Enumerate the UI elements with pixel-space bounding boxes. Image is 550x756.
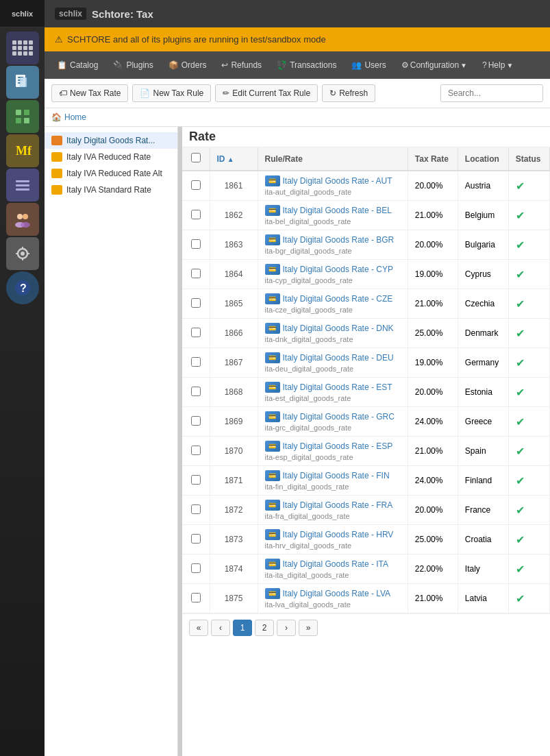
rule-link-14[interactable]: Italy Digital Goods Rate - LVA — [265, 588, 401, 599]
toolbar: 🏷 New Tax Rate 📄 New Tax Rule ✏ Edit Cur… — [45, 79, 550, 108]
sidebar-icon-menu[interactable] — [6, 169, 39, 202]
row-select-3[interactable] — [191, 269, 201, 278]
status-ok-icon-5: ✔ — [516, 328, 525, 339]
breadcrumb-home[interactable]: Home — [64, 112, 86, 122]
row-select-10[interactable] — [191, 475, 201, 485]
rule-link-7[interactable]: Italy Digital Goods Rate - EST — [265, 382, 401, 393]
row-select-14[interactable] — [191, 593, 201, 602]
rule-link-12[interactable]: Italy Digital Goods Rate - HRV — [265, 529, 401, 540]
nav-configuration[interactable]: ⚙ Configuration ▼ — [395, 56, 474, 74]
page-first-button[interactable]: « — [189, 620, 208, 636]
rule-code-10: ita-fin_digital_goods_rate — [265, 483, 401, 491]
rule-link-4[interactable]: Italy Digital Goods Rate - CZE — [265, 293, 401, 304]
svg-rect-10 — [16, 180, 29, 182]
row-select-0[interactable] — [191, 180, 201, 190]
row-status-11: ✔ — [508, 496, 549, 525]
transactions-icon: 💱 — [277, 60, 287, 70]
nav-refunds[interactable]: ↩ Refunds — [214, 56, 268, 74]
row-rate-11: 20.00% — [408, 496, 458, 525]
nav-plugins[interactable]: 🔌 Plugins — [106, 56, 160, 74]
row-rate-1: 21.00% — [408, 201, 458, 230]
row-select-5[interactable] — [191, 328, 201, 337]
select-all-checkbox[interactable] — [191, 153, 201, 162]
rule-link-6[interactable]: Italy Digital Goods Rate - DEU — [265, 352, 401, 363]
new-tax-rule-button[interactable]: 📄 New Tax Rule — [132, 84, 211, 102]
row-rule-8: Italy Digital Goods Rate - GRC ita-grc_d… — [258, 407, 408, 437]
page-1-button[interactable]: 1 — [233, 620, 252, 636]
sidebar-icon-pages[interactable] — [6, 66, 39, 99]
row-select-7[interactable] — [191, 387, 201, 396]
table-row: 1872 Italy Digital Goods Rate - FRA ita-… — [182, 496, 550, 525]
edit-tax-rule-button[interactable]: ✏ Edit Current Tax Rule — [215, 84, 318, 102]
status-ok-icon-0: ✔ — [516, 180, 525, 192]
row-status-10: ✔ — [508, 466, 549, 496]
row-select-11[interactable] — [191, 504, 201, 514]
row-select-1[interactable] — [191, 210, 201, 219]
rule-link-11[interactable]: Italy Digital Goods Rate - FRA — [265, 500, 401, 511]
rate-icon-7 — [265, 382, 280, 393]
page-next-button[interactable]: › — [277, 620, 296, 636]
row-rate-4: 21.00% — [408, 289, 458, 319]
col-rule-rate: Rule/Rate — [258, 147, 408, 171]
row-checkbox-2 — [182, 230, 210, 260]
row-select-9[interactable] — [191, 446, 201, 455]
row-status-12: ✔ — [508, 525, 549, 554]
help-dropdown-arrow: ▼ — [506, 62, 513, 69]
row-select-6[interactable] — [191, 357, 201, 367]
svg-text:Mf: Mf — [16, 144, 32, 158]
row-select-2[interactable] — [191, 239, 201, 249]
rule-link-8[interactable]: Italy Digital Goods Rate - GRC — [265, 411, 401, 422]
nav-orders[interactable]: 📦 Orders — [162, 56, 214, 74]
new-tax-rate-button[interactable]: 🏷 New Tax Rate — [51, 84, 128, 102]
sidebar-icon-blocks[interactable] — [6, 100, 39, 133]
sidebar-icon-grid[interactable] — [6, 32, 39, 64]
row-rate-10: 24.00% — [408, 466, 458, 496]
tree-item-2[interactable]: Italy IVA Reduced Rate Alt — [45, 165, 177, 182]
sidebar-icon-people[interactable] — [6, 203, 39, 236]
rule-link-0[interactable]: Italy Digital Goods Rate - AUT — [265, 175, 401, 186]
page-last-button[interactable]: » — [299, 620, 318, 636]
row-id-5: 1866 — [210, 319, 258, 348]
row-select-12[interactable] — [191, 534, 201, 544]
rate-icon-12 — [265, 529, 280, 540]
sidebar-icon-tools[interactable] — [6, 237, 39, 270]
tree-item-1[interactable]: Italy IVA Reduced Rate — [45, 149, 177, 165]
row-select-4[interactable] — [191, 298, 201, 308]
row-rule-1: Italy Digital Goods Rate - BEL ita-bel_d… — [258, 201, 408, 230]
table-row: 1862 Italy Digital Goods Rate - BEL ita-… — [182, 201, 550, 230]
row-status-8: ✔ — [508, 407, 549, 437]
status-ok-icon-2: ✔ — [516, 239, 525, 251]
nav-transactions[interactable]: 💱 Transactions — [270, 56, 343, 74]
row-rule-14: Italy Digital Goods Rate - LVA ita-lva_d… — [258, 584, 408, 613]
row-checkbox-11 — [182, 496, 210, 525]
refresh-button[interactable]: ↻ Refresh — [322, 84, 375, 102]
rule-link-1[interactable]: Italy Digital Goods Rate - BEL — [265, 205, 401, 216]
sidebar-icon-help[interactable]: ? — [6, 271, 39, 304]
rule-link-5[interactable]: Italy Digital Goods Rate - DNK — [265, 323, 401, 334]
rule-link-13[interactable]: Italy Digital Goods Rate - ITA — [265, 559, 401, 570]
row-checkbox-7 — [182, 378, 210, 407]
nav-help[interactable]: ? Help ▼ — [475, 56, 520, 74]
page-2-button[interactable]: 2 — [255, 620, 274, 636]
row-checkbox-9 — [182, 437, 210, 466]
schlix-logo: schlix — [55, 8, 86, 20]
nav-catalog[interactable]: 📋 Catalog — [50, 56, 105, 74]
tree-item-3[interactable]: Italy IVA Standard Rate — [45, 182, 177, 198]
refunds-icon: ↩ — [221, 60, 228, 70]
content-area: Italy Digital Goods Rat... Italy IVA Red… — [45, 127, 550, 756]
sidebar-icon-macro[interactable]: Mf — [6, 134, 39, 167]
row-rate-9: 21.00% — [408, 437, 458, 466]
search-input[interactable] — [440, 84, 543, 102]
row-select-13[interactable] — [191, 563, 201, 573]
table-row: 1875 Italy Digital Goods Rate - LVA ita-… — [182, 584, 550, 613]
rule-link-2[interactable]: Italy Digital Goods Rate - BGR — [265, 234, 401, 245]
nav-users[interactable]: 👥 Users — [345, 56, 392, 74]
rule-link-9[interactable]: Italy Digital Goods Rate - ESP — [265, 441, 401, 452]
col-id[interactable]: ID — [210, 147, 258, 171]
rule-link-3[interactable]: Italy Digital Goods Rate - CYP — [265, 264, 401, 275]
row-rule-4: Italy Digital Goods Rate - CZE ita-cze_d… — [258, 289, 408, 319]
rule-link-10[interactable]: Italy Digital Goods Rate - FIN — [265, 470, 401, 481]
row-select-8[interactable] — [191, 416, 201, 426]
tree-item-0[interactable]: Italy Digital Goods Rat... — [45, 132, 177, 149]
page-prev-button[interactable]: ‹ — [211, 620, 230, 636]
